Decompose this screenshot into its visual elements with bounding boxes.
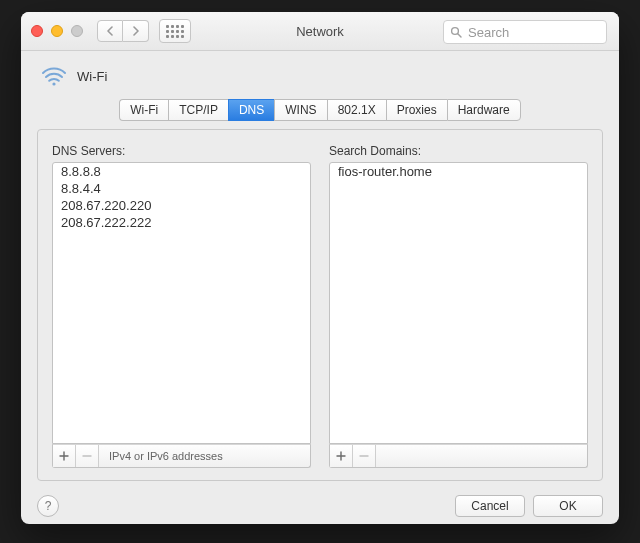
minus-icon	[359, 451, 369, 461]
interface-name: Wi-Fi	[77, 69, 107, 84]
list-item[interactable]: 8.8.8.8	[53, 163, 310, 180]
search-placeholder: Search	[468, 25, 509, 40]
tab-hardware[interactable]: Hardware	[447, 99, 521, 121]
remove-dns-button[interactable]	[76, 445, 99, 467]
remove-domain-button[interactable]	[353, 445, 376, 467]
tab-bar: Wi-FiTCP/IPDNSWINS802.1XProxiesHardware	[21, 99, 619, 121]
svg-point-2	[52, 82, 55, 85]
interface-header: Wi-Fi	[21, 51, 619, 89]
svg-line-1	[458, 34, 461, 37]
zoom-icon	[71, 25, 83, 37]
network-prefs-window: Network Search Wi-Fi Wi-FiTCP/IPDNSWINS8…	[21, 12, 619, 524]
dns-servers-column: DNS Servers: 8.8.8.88.8.4.4208.67.220.22…	[52, 144, 311, 468]
list-item[interactable]: 208.67.220.220	[53, 197, 310, 214]
dns-servers-label: DNS Servers:	[52, 144, 311, 158]
dns-servers-toolbar: IPv4 or IPv6 addresses	[52, 444, 311, 468]
window-title: Network	[296, 24, 344, 39]
search-icon	[450, 26, 462, 38]
show-all-button[interactable]	[159, 19, 191, 43]
chevron-right-icon	[131, 26, 140, 36]
search-domains-toolbar	[329, 444, 588, 468]
plus-icon	[336, 451, 346, 461]
add-dns-button[interactable]	[53, 445, 76, 467]
forward-button[interactable]	[123, 20, 149, 42]
tab-tcpip[interactable]: TCP/IP	[168, 99, 228, 121]
titlebar: Network Search	[21, 12, 619, 51]
tab-wifi[interactable]: Wi-Fi	[119, 99, 168, 121]
search-field[interactable]: Search	[443, 20, 607, 44]
search-domains-label: Search Domains:	[329, 144, 588, 158]
help-icon: ?	[45, 499, 52, 513]
grid-icon	[166, 25, 184, 38]
cancel-button[interactable]: Cancel	[455, 495, 525, 517]
dns-servers-list[interactable]: 8.8.8.88.8.4.4208.67.220.220208.67.222.2…	[52, 162, 311, 444]
search-domains-column: Search Domains: fios-router.home	[329, 144, 588, 468]
list-item[interactable]: 208.67.222.222	[53, 214, 310, 231]
back-button[interactable]	[97, 20, 123, 42]
tab-proxies[interactable]: Proxies	[386, 99, 447, 121]
tab-8021x[interactable]: 802.1X	[327, 99, 386, 121]
minimize-icon[interactable]	[51, 25, 63, 37]
minus-icon	[82, 451, 92, 461]
nav-buttons	[97, 20, 149, 42]
search-domains-list[interactable]: fios-router.home	[329, 162, 588, 444]
close-icon[interactable]	[31, 25, 43, 37]
chevron-left-icon	[106, 26, 115, 36]
tab-wins[interactable]: WINS	[274, 99, 326, 121]
traffic-lights	[31, 25, 83, 37]
plus-icon	[59, 451, 69, 461]
list-item[interactable]: 8.8.4.4	[53, 180, 310, 197]
wifi-icon	[41, 63, 67, 89]
help-button[interactable]: ?	[37, 495, 59, 517]
ok-button[interactable]: OK	[533, 495, 603, 517]
list-item[interactable]: fios-router.home	[330, 163, 587, 180]
dns-hint: IPv4 or IPv6 addresses	[109, 450, 223, 462]
footer: ? Cancel OK	[21, 481, 619, 517]
dns-panel: DNS Servers: 8.8.8.88.8.4.4208.67.220.22…	[37, 129, 603, 481]
tab-dns[interactable]: DNS	[228, 99, 274, 121]
add-domain-button[interactable]	[330, 445, 353, 467]
